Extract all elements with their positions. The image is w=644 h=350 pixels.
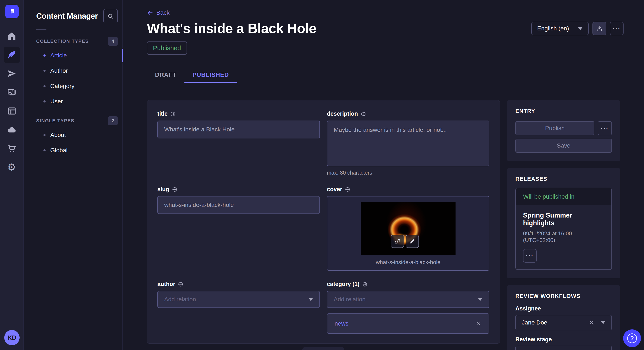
clear-assignee-button[interactable] [588,319,595,326]
entry-more-button[interactable]: ··· [598,121,612,135]
relation-placeholder: Add relation [334,296,366,303]
globe-icon [345,187,350,192]
tab-draft[interactable]: DRAFT [147,68,184,83]
release-card: Will be published in Spring Summer highl… [515,188,612,270]
releases-plane-icon[interactable] [4,65,20,82]
review-stage-select[interactable]: Reviewed [515,346,612,350]
field-title: title What's inside a Black Hole [158,111,320,138]
chevron-down-icon [601,321,606,324]
sidebar-item-global[interactable]: Global [24,143,122,158]
chevron-down-icon [308,298,313,301]
field-label: category (1) [327,281,360,288]
collection-types-count: 4 [108,37,118,46]
cloud-icon[interactable] [4,122,20,138]
slug-input[interactable]: what-s-inside-a-black-hole [158,196,320,214]
description-textarea[interactable]: Maybe the answer is in this article, or … [327,121,490,166]
content-manager-subnav: Content Manager COLLECTION TYPES 4 Artic… [24,0,123,350]
category-relation-item: news [327,313,490,334]
sidebar-item-label: Global [50,147,68,154]
link-icon [394,238,400,245]
sidebar-item-label: Author [50,67,68,74]
sidebar-item-about[interactable]: About [24,127,122,143]
status-badge: Published [147,41,187,55]
content-type-builder-icon[interactable] [4,103,20,119]
locale-select[interactable]: English (en) [531,22,589,35]
sidebar-item-category[interactable]: Category [24,78,122,94]
strapi-logo-icon [8,8,16,15]
ellipsis-icon: ··· [601,125,609,131]
strapi-admin-app: ⚙ KD Content Manager COLLECTION TYPES 4 … [0,0,644,350]
export-download-button[interactable] [592,22,606,35]
marketplace-cart-icon[interactable] [4,140,20,157]
content-manager-icon[interactable] [4,47,20,63]
cover-caption: what-s-inside-a-black-hole [376,259,440,266]
user-avatar[interactable]: KD [4,330,20,345]
help-button[interactable]: ? [623,329,641,347]
relation-link-news[interactable]: news [334,320,348,327]
field-label: slug [158,186,169,193]
sidebar-item-label: User [50,98,63,105]
ellipsis-icon: ··· [613,25,621,31]
subnav-divider [36,29,46,29]
description-hint: max. 80 characters [327,170,490,176]
version-tabs: DRAFT PUBLISHED [147,68,644,83]
back-label: Back [156,9,170,16]
field-cover: cover [327,186,490,271]
rail-divider [0,326,24,326]
home-icon[interactable] [4,28,20,44]
globe-icon [362,282,368,287]
question-mark-icon: ? [627,334,637,343]
release-status: Will be published in [516,188,612,205]
release-name: Spring Summer highlights [523,212,604,227]
globe-icon [178,282,183,287]
sidebar-item-article[interactable]: Article [24,48,122,63]
review-stage-label: Review stage [515,336,612,343]
assignee-combobox[interactable]: Jane Doe [515,315,612,330]
relation-placeholder: Add relation [164,296,196,303]
releases-panel-heading: RELEASES [515,176,612,182]
search-button[interactable] [103,9,118,23]
active-indicator [122,49,123,62]
assignee-label: Assignee [515,305,612,312]
author-relation-select[interactable]: Add relation [158,291,320,308]
strapi-logo [5,5,19,18]
cover-media-card: what-s-inside-a-black-hole [327,196,490,271]
close-icon [588,319,595,326]
back-link[interactable]: Back [147,9,170,16]
more-options-button[interactable]: ··· [610,22,624,35]
field-description: description Maybe the answer is in this … [327,111,490,176]
assignee-value: Jane Doe [522,319,547,326]
arrow-left-icon [147,9,153,16]
field-label: title [158,111,168,117]
tab-published[interactable]: PUBLISHED [184,68,237,83]
remove-relation-button[interactable] [476,321,482,327]
category-relation-select[interactable]: Add relation [327,291,490,308]
save-button[interactable]: Save [515,139,612,153]
field-label: cover [327,186,342,193]
single-types-count: 2 [108,116,118,125]
entry-form-card: title What's inside a Black Hole descrip… [147,100,500,344]
media-library-icon[interactable] [4,84,20,100]
publish-button[interactable]: Publish [515,121,594,135]
collection-types-section: COLLECTION TYPES 4 Article Author Catego… [24,37,122,109]
release-date: 09/11/2024 at 16:00 (UTC+02:00) [523,230,604,243]
globe-icon [360,111,366,117]
sidebar-item-user[interactable]: User [24,94,122,109]
settings-gear-icon[interactable]: ⚙ [4,159,20,175]
review-workflows-panel: REVIEW WORKFLOWS Assignee Jane Doe [507,285,620,350]
bullet-icon [44,70,46,72]
single-types-section: SINGLE TYPES 2 About Global [24,116,122,158]
bullet-icon [44,54,46,57]
field-author: author Add relation [158,281,320,308]
sidebar-item-author[interactable]: Author [24,63,122,78]
main-content: Back What's inside a Black Hole English … [123,0,644,350]
release-more-button[interactable]: ··· [523,249,537,263]
nav-rail: ⚙ KD [0,0,24,350]
section-label: SINGLE TYPES [36,118,74,124]
sidebar-item-label: Article [50,52,67,59]
copy-link-button[interactable] [391,235,404,248]
title-input[interactable]: What's inside a Black Hole [158,121,320,138]
field-label: author [158,281,175,288]
edit-image-button[interactable] [406,235,419,248]
globe-icon [172,187,178,192]
